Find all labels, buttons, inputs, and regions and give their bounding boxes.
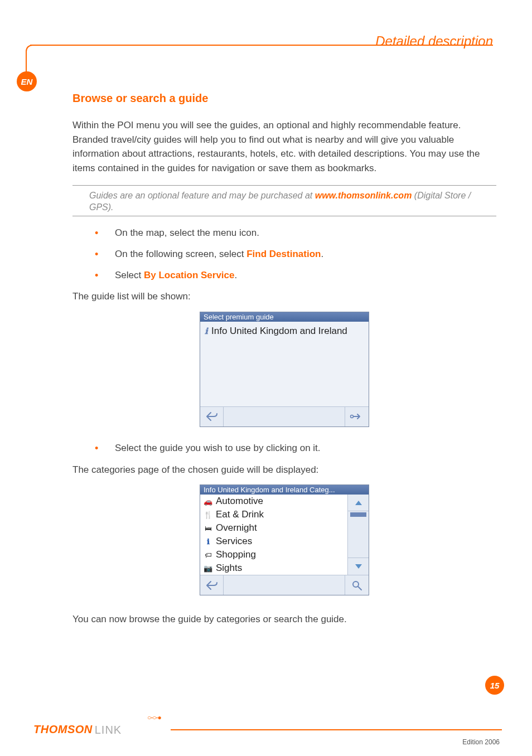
category-label: Services — [216, 536, 252, 547]
scroll-thumb[interactable] — [350, 512, 366, 517]
step-item: Select By Location Service. — [95, 269, 496, 282]
main-content: Browse or search a guide Within the POI … — [72, 92, 496, 634]
category-label: Eat & Drink — [216, 509, 264, 520]
step-item: On the map, select the menu icon. — [95, 226, 496, 240]
detour-arrow-icon — [350, 411, 364, 421]
category-item-overnight[interactable]: 🛏Overnight — [200, 521, 347, 535]
step-bold: Find Destination — [246, 249, 321, 259]
screenshot-guide-list: Select premium guide Info United Kingdom… — [200, 312, 369, 427]
category-label: Overnight — [216, 522, 257, 534]
scroll-down-button[interactable] — [348, 558, 369, 575]
browse-para: You can now browse the guide by categori… — [72, 612, 496, 627]
category-label: Sights — [216, 563, 242, 574]
note-box: Guides are an optional feature and may b… — [72, 185, 496, 216]
screenshot-categories: Info United Kingdom and Ireland Categ...… — [200, 484, 369, 595]
scrollbar[interactable] — [347, 495, 369, 575]
magnifier-icon — [351, 580, 362, 591]
category-label: Shopping — [216, 549, 256, 560]
tag-icon: 🏷 — [204, 551, 212, 559]
language-badge: EN — [17, 71, 37, 91]
fork-knife-icon: 🍴 — [204, 511, 212, 519]
back-button[interactable] — [200, 407, 224, 427]
page-header-title: Detailed description — [375, 33, 493, 49]
camera-icon: 📷 — [204, 564, 212, 573]
step-item: On the following screen, select Find Des… — [95, 248, 496, 261]
note-link: www.thomsonlink.com — [315, 191, 412, 200]
category-item-eat-drink[interactable]: 🍴Eat & Drink — [200, 508, 347, 521]
search-button[interactable] — [345, 575, 369, 595]
car-icon: 🚗 — [204, 497, 212, 506]
info-icon — [205, 325, 208, 338]
category-item-automotive[interactable]: 🚗Automotive — [200, 495, 347, 508]
window-title: Select premium guide — [200, 312, 369, 322]
back-button[interactable] — [200, 575, 224, 595]
bed-icon: 🛏 — [204, 524, 212, 532]
window-footer — [200, 406, 369, 427]
footer-rule — [171, 729, 502, 730]
step-bold: By Location Service — [144, 270, 235, 280]
step-text: . — [235, 270, 238, 280]
guide-item-label: Info United Kingdom and Ireland — [211, 325, 347, 338]
footer-spacer — [224, 407, 345, 427]
page-number-badge: 15 — [485, 676, 504, 695]
step-text: Select the guide you wish to use by clic… — [115, 443, 321, 453]
svg-point-0 — [351, 415, 354, 418]
step-text: . — [321, 249, 323, 259]
brand-thomson: THOMSON — [33, 723, 93, 736]
svg-line-2 — [358, 587, 361, 590]
window-body: Info United Kingdom and Ireland — [200, 322, 369, 406]
step-item: Select the guide you wish to use by clic… — [95, 442, 496, 455]
section-title: Browse or search a guide — [72, 92, 496, 105]
steps-list-b: Select the guide you wish to use by clic… — [95, 442, 496, 455]
window-title: Info United Kingdom and Ireland Categ... — [200, 485, 369, 495]
forward-button[interactable] — [345, 407, 369, 427]
triangle-down-icon — [355, 564, 362, 569]
step-text: Select — [115, 270, 144, 280]
scroll-track[interactable] — [348, 511, 369, 558]
guide-list-para: The guide list will be shown: — [72, 289, 496, 304]
back-arrow-icon — [206, 580, 218, 590]
brand-link: LINK — [95, 724, 122, 736]
edition-label: Edition 2006 — [462, 738, 500, 746]
intro-paragraph: Within the POI menu you will see the gui… — [72, 118, 496, 175]
brand-dots-icon: ○-○-● — [147, 714, 161, 721]
info-square-icon: ℹ — [204, 537, 212, 546]
category-item-shopping[interactable]: 🏷Shopping — [200, 548, 347, 561]
categories-para: The categories page of the chosen guide … — [72, 463, 496, 477]
steps-list-a: On the map, select the menu icon. On the… — [95, 226, 496, 282]
triangle-up-icon — [355, 500, 362, 506]
note-prefix: Guides are an optional feature and may b… — [89, 191, 315, 200]
category-label: Automotive — [216, 496, 263, 507]
back-arrow-icon — [206, 411, 218, 421]
category-item-sights[interactable]: 📷Sights — [200, 561, 347, 575]
category-item-services[interactable]: ℹServices — [200, 535, 347, 548]
scroll-up-button[interactable] — [348, 495, 369, 511]
window-body: 🚗Automotive 🍴Eat & Drink 🛏Overnight ℹSer… — [200, 495, 369, 575]
window-footer — [200, 575, 369, 595]
guide-list-item[interactable]: Info United Kingdom and Ireland — [205, 325, 364, 338]
footer-spacer — [224, 575, 345, 595]
step-text: On the map, select the menu icon. — [115, 227, 259, 238]
step-text: On the following screen, select — [115, 249, 246, 259]
page-footer: ○-○-● THOMSON LINK — [33, 723, 502, 736]
category-list: 🚗Automotive 🍴Eat & Drink 🛏Overnight ℹSer… — [200, 495, 347, 575]
